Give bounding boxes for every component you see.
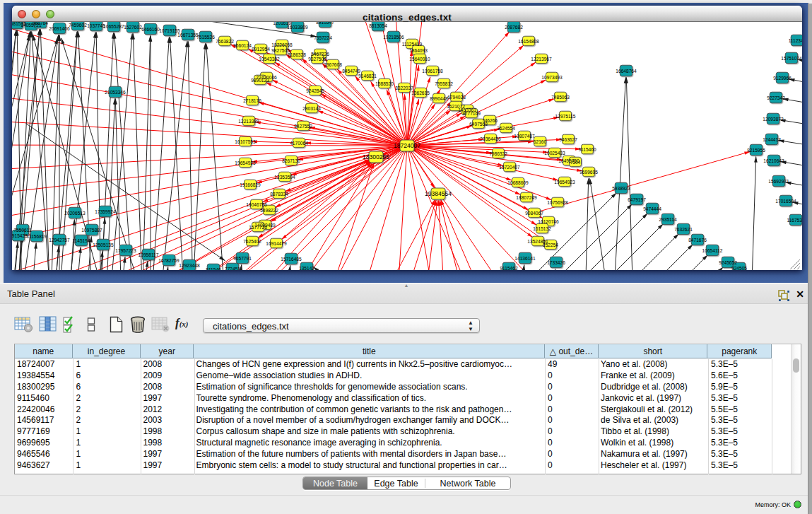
svg-text:17957223: 17957223: [115, 248, 136, 253]
svg-text:19166829: 19166829: [240, 182, 261, 187]
svg-text:2718176: 2718176: [243, 98, 261, 103]
svg-text:10807487: 10807487: [514, 134, 535, 139]
svg-text:11125419: 11125419: [402, 42, 423, 47]
svg-text:2087682: 2087682: [505, 25, 523, 30]
svg-text:8910547: 8910547: [316, 22, 334, 25]
svg-text:16671355: 16671355: [177, 33, 199, 37]
svg-text:8454749: 8454749: [342, 69, 360, 74]
svg-text:10975887: 10975887: [81, 228, 102, 233]
svg-text:8990448: 8990448: [430, 96, 448, 101]
svg-text:7955812: 7955812: [435, 81, 453, 86]
svg-text:8813054: 8813054: [369, 23, 387, 28]
svg-text:16648764: 16648764: [616, 69, 637, 74]
svg-text:16120746: 16120746: [538, 219, 559, 224]
svg-text:14136141: 14136141: [514, 256, 536, 261]
svg-text:5498222: 5498222: [260, 208, 278, 213]
svg-text:1577726: 1577726: [249, 225, 267, 230]
svg-text:7504: 7504: [570, 160, 581, 165]
svg-text:924505: 924505: [731, 266, 747, 271]
svg-text:16033809: 16033809: [287, 25, 308, 30]
svg-text:9327508: 9327508: [308, 57, 326, 62]
svg-text:2935114: 2935114: [659, 217, 677, 222]
svg-text:4170064: 4170064: [290, 141, 308, 146]
svg-text:9777169: 9777169: [462, 111, 481, 116]
svg-text:958784: 958784: [33, 22, 48, 25]
svg-text:10654112: 10654112: [702, 248, 723, 253]
svg-text:7550611: 7550611: [13, 228, 32, 233]
svg-text:7625402: 7625402: [243, 239, 261, 244]
svg-text:772451: 772451: [225, 267, 240, 271]
svg-text:10688609: 10688609: [507, 180, 529, 185]
svg-text:1167533: 1167533: [787, 218, 802, 223]
svg-text:18226058: 18226058: [271, 42, 293, 47]
svg-text:9115460: 9115460: [578, 147, 596, 152]
svg-text:9657791: 9657791: [233, 256, 252, 261]
svg-text:135142: 135142: [299, 266, 314, 271]
svg-text:5938923: 5938923: [612, 186, 630, 191]
svg-text:1588520: 1588520: [375, 81, 394, 86]
svg-text:3624554: 3624554: [497, 126, 515, 131]
svg-text:19384554: 19384554: [425, 190, 452, 197]
svg-text:911546: 911546: [206, 267, 221, 271]
svg-text:18807249: 18807249: [516, 195, 537, 200]
svg-text:16210643: 16210643: [763, 158, 784, 163]
svg-text:9245652: 9245652: [719, 260, 737, 265]
svg-text:6479197: 6479197: [628, 197, 646, 202]
svg-text:12213967: 12213967: [531, 57, 552, 62]
svg-text:1362615: 1362615: [411, 90, 430, 95]
svg-text:8267130: 8267130: [282, 158, 300, 163]
svg-text:20206513: 20206513: [64, 211, 86, 216]
svg-text:7632621: 7632621: [674, 227, 693, 232]
svg-text:10973493: 10973493: [541, 75, 563, 80]
svg-text:8322037: 8322037: [395, 86, 413, 90]
svg-text:10025433: 10025433: [544, 151, 565, 156]
svg-text:9474444: 9474444: [643, 206, 661, 211]
svg-text:10958117: 10958117: [139, 252, 159, 257]
svg-text:8215955: 8215955: [747, 148, 765, 153]
svg-text:9890123: 9890123: [251, 78, 269, 83]
svg-text:8471676: 8471676: [688, 238, 707, 243]
svg-text:12923448: 12923448: [179, 263, 200, 268]
svg-text:15720407: 15720407: [499, 165, 520, 170]
svg-text:7459602: 7459602: [69, 23, 87, 28]
svg-text:11156819: 11156819: [27, 234, 47, 239]
svg-text:15716485: 15716485: [281, 257, 302, 262]
svg-text:19654925: 19654925: [235, 160, 256, 165]
svg-text:15692971: 15692971: [768, 179, 789, 184]
svg-text:15751074: 15751074: [781, 56, 802, 61]
svg-text:2803144: 2803144: [302, 106, 321, 111]
svg-text:16914479: 16914479: [266, 241, 287, 246]
svg-text:19654923: 19654923: [554, 180, 575, 185]
svg-text:1864093: 1864093: [409, 48, 428, 53]
svg-text:12975115: 12975115: [555, 114, 576, 119]
svg-text:9699695: 9699695: [579, 170, 598, 175]
svg-text:8878334: 8878334: [270, 192, 288, 197]
svg-text:16782759: 16782759: [158, 258, 180, 263]
svg-text:252254: 252254: [543, 243, 558, 247]
svg-text:6497568: 6497568: [469, 122, 488, 127]
svg-text:9084067: 9084067: [525, 211, 543, 216]
svg-text:8912954: 8912954: [252, 47, 270, 52]
svg-text:1244413: 1244413: [763, 137, 781, 142]
svg-text:1615132: 1615132: [533, 226, 551, 231]
svg-text:8427552: 8427552: [294, 124, 312, 129]
svg-text:12353594: 12353594: [274, 175, 295, 180]
svg-text:1733426: 1733426: [547, 260, 565, 265]
svg-text:12093872: 12093872: [763, 117, 784, 122]
svg-text:1037745: 1037745: [87, 23, 105, 28]
svg-text:17359924: 17359924: [95, 209, 116, 214]
svg-text:12505135: 12505135: [93, 243, 114, 247]
svg-text:6794028: 6794028: [447, 95, 466, 100]
svg-text:5467226: 5467226: [311, 52, 329, 57]
svg-text:9660124: 9660124: [233, 43, 252, 48]
svg-text:17016504: 17016504: [775, 199, 796, 204]
svg-text:1145194: 1145194: [72, 238, 90, 243]
svg-text:62160: 62160: [534, 139, 547, 144]
svg-text:19218506: 19218506: [383, 35, 404, 40]
svg-text:12213389: 12213389: [238, 119, 259, 124]
svg-text:9129966: 9129966: [773, 76, 792, 81]
svg-text:7515526: 7515526: [196, 35, 215, 40]
svg-text:7357224: 7357224: [314, 35, 332, 40]
svg-text:9227342: 9227342: [767, 95, 785, 100]
svg-text:16154808: 16154808: [518, 39, 539, 44]
